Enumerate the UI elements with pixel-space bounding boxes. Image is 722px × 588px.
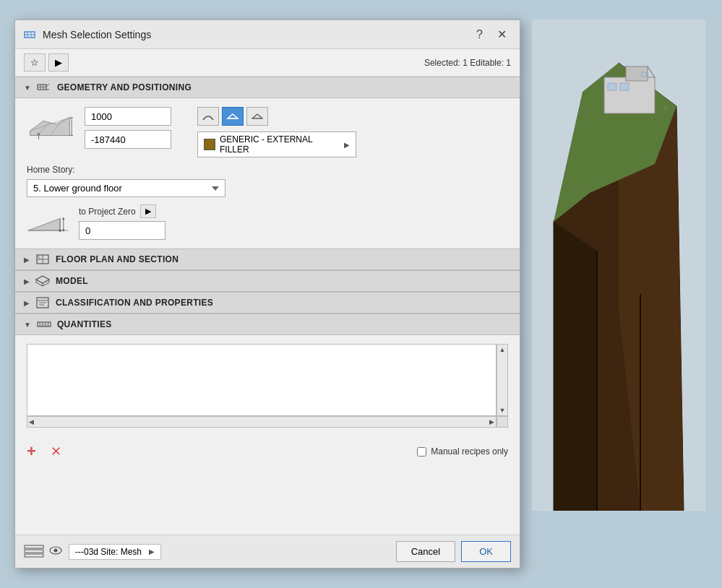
field-1-input[interactable]: 1000 bbox=[85, 107, 171, 126]
proj-zero-label-row: to Project Zero ▶ bbox=[79, 204, 166, 218]
dialog-title: Mesh Selection Settings bbox=[43, 29, 151, 40]
svg-point-32 bbox=[59, 229, 61, 232]
svg-line-23 bbox=[257, 114, 260, 117]
svg-text:X: X bbox=[663, 104, 668, 111]
quantities-collapse-arrow: ▼ bbox=[24, 321, 31, 329]
to-project-zero-button[interactable]: ▶ bbox=[140, 204, 156, 218]
selected-info: Selected: 1 Editable: 1 bbox=[424, 58, 511, 68]
shape-material-col: GENERIC - EXTERNAL FILLER ▶ bbox=[197, 107, 356, 157]
action-row: + ✕ Manual recipes only bbox=[15, 436, 520, 467]
quantities-hscrollbar[interactable]: ◀ ▶ bbox=[27, 416, 497, 428]
close-button[interactable]: ✕ bbox=[493, 26, 511, 43]
star-button[interactable]: ☆ bbox=[24, 53, 46, 72]
quantities-table bbox=[27, 344, 497, 416]
svg-marker-37 bbox=[36, 276, 49, 283]
vscroll-up-icon[interactable]: ▲ bbox=[498, 345, 507, 355]
project-zero-row: to Project Zero ▶ 0 bbox=[27, 204, 508, 240]
title-bar: Mesh Selection Settings ? ✕ bbox=[15, 20, 520, 49]
material-name: GENERIC - EXTERNAL FILLER bbox=[220, 134, 344, 155]
mesh-icon-col bbox=[27, 107, 73, 142]
arrow-button[interactable]: ▶ bbox=[48, 53, 69, 72]
inputs-col: 1000 -187440 bbox=[85, 107, 171, 149]
project-zero-input[interactable]: 0 bbox=[79, 221, 166, 240]
floor-plan-section-header[interactable]: ▶ FLOOR PLAN AND SECTION bbox=[15, 248, 520, 270]
svg-marker-30 bbox=[62, 217, 65, 220]
svg-marker-21 bbox=[252, 114, 262, 118]
model-collapse-arrow: ▶ bbox=[24, 277, 30, 285]
3d-viewport: X bbox=[532, 20, 705, 511]
to-project-zero-label: to Project Zero bbox=[79, 207, 136, 217]
cancel-button[interactable]: Cancel bbox=[396, 541, 455, 562]
svg-rect-67 bbox=[608, 83, 616, 90]
svg-marker-62 bbox=[554, 222, 597, 511]
view-selector[interactable]: ---03d Site: Mesh ▶ bbox=[69, 544, 161, 560]
visibility-icon bbox=[48, 545, 63, 558]
floor-plan-section-title: FLOOR PLAN AND SECTION bbox=[56, 254, 179, 264]
toolbar-left: ☆ ▶ bbox=[24, 53, 69, 72]
geometry-section-body: 1000 -187440 bbox=[15, 98, 520, 248]
model-section-title: MODEL bbox=[56, 276, 88, 286]
classification-section-title: CLASSIFICATION AND PROPERTIES bbox=[56, 298, 213, 308]
geometry-section-title: GEOMETRY AND POSITIONING bbox=[57, 82, 192, 92]
bottom-bar: ---03d Site: Mesh ▶ Cancel OK bbox=[15, 535, 520, 568]
quantities-section-header[interactable]: ▼ QUANTITIES bbox=[15, 314, 520, 335]
svg-point-59 bbox=[54, 549, 58, 553]
shape-buttons bbox=[197, 107, 356, 126]
home-story-row: Home Story: 1. Ground Floor 2. First Flo… bbox=[27, 165, 508, 197]
help-button[interactable]: ? bbox=[472, 27, 487, 43]
classification-section-header[interactable]: ▶ CLASSIFICATION AND PROPERTIES bbox=[15, 292, 520, 314]
hscroll-right-icon[interactable]: ▶ bbox=[488, 417, 496, 427]
proj-zero-col: to Project Zero ▶ 0 bbox=[79, 204, 166, 240]
quantities-icon bbox=[37, 319, 51, 330]
svg-rect-68 bbox=[620, 83, 629, 90]
home-story-label: Home Story: bbox=[27, 165, 508, 175]
svg-rect-56 bbox=[25, 550, 43, 553]
svg-point-17 bbox=[38, 133, 40, 136]
flat-shape-button[interactable] bbox=[222, 107, 244, 126]
toolbar-row: ☆ ▶ Selected: 1 Editable: 1 bbox=[15, 49, 520, 77]
app-icon bbox=[24, 28, 37, 41]
bottom-left: ---03d Site: Mesh ▶ bbox=[24, 544, 390, 560]
model-section-header[interactable]: ▶ MODEL bbox=[15, 270, 520, 292]
svg-rect-69 bbox=[642, 72, 646, 77]
material-swatch bbox=[204, 139, 215, 150]
vscroll-down-icon[interactable]: ▼ bbox=[498, 405, 507, 415]
hatch-shape-button[interactable] bbox=[246, 107, 268, 126]
geometry-main-row: 1000 -187440 bbox=[27, 107, 508, 157]
floor-plan-icon bbox=[35, 254, 50, 265]
quantities-section-body: ▲ ▼ ◀ ▶ bbox=[15, 335, 520, 436]
home-story-select[interactable]: 1. Ground Floor 2. First Floor 3. Second… bbox=[27, 179, 225, 197]
svg-marker-19 bbox=[228, 114, 238, 118]
material-selector[interactable]: GENERIC - EXTERNAL FILLER ▶ bbox=[197, 131, 356, 157]
svg-rect-55 bbox=[25, 545, 43, 548]
scroll-corner bbox=[497, 416, 508, 428]
title-bar-left: Mesh Selection Settings bbox=[24, 28, 151, 41]
geometry-icon bbox=[37, 82, 51, 93]
quantities-vscrollbar[interactable]: ▲ ▼ bbox=[497, 344, 508, 416]
remove-recipe-button[interactable]: ✕ bbox=[51, 444, 61, 459]
quantities-hscroll-row: ◀ ▶ bbox=[27, 416, 508, 428]
mesh-3d-icon bbox=[27, 107, 73, 142]
add-recipe-button[interactable]: + bbox=[27, 442, 36, 461]
ok-button[interactable]: OK bbox=[461, 541, 511, 562]
svg-marker-25 bbox=[28, 218, 60, 230]
mesh-selection-dialog: Mesh Selection Settings ? ✕ ☆ ▶ Selected… bbox=[14, 20, 520, 568]
manual-recipes-checkbox[interactable] bbox=[417, 447, 426, 457]
layer-stack-icon bbox=[24, 545, 44, 559]
svg-marker-10 bbox=[30, 118, 70, 136]
curve-shape-button[interactable] bbox=[197, 107, 219, 126]
material-arrow-icon: ▶ bbox=[344, 141, 350, 149]
manual-recipes-label: Manual recipes only bbox=[431, 446, 508, 457]
svg-line-36 bbox=[37, 255, 40, 259]
classification-collapse-arrow: ▶ bbox=[24, 299, 30, 307]
svg-rect-65 bbox=[604, 77, 655, 113]
classification-icon bbox=[35, 297, 50, 308]
geometry-section-header[interactable]: ▼ GEOMETRY AND POSITIONING bbox=[15, 77, 520, 98]
field-2-input[interactable]: -187440 bbox=[85, 130, 171, 149]
geometry-collapse-arrow: ▼ bbox=[24, 84, 31, 92]
3d-view-panel: X bbox=[532, 20, 705, 511]
quantities-area: ▲ ▼ bbox=[27, 344, 508, 416]
view-label: ---03d Site: Mesh bbox=[75, 547, 142, 557]
hscroll-left-icon[interactable]: ◀ bbox=[27, 417, 35, 427]
floor-plan-collapse-arrow: ▶ bbox=[24, 256, 30, 264]
